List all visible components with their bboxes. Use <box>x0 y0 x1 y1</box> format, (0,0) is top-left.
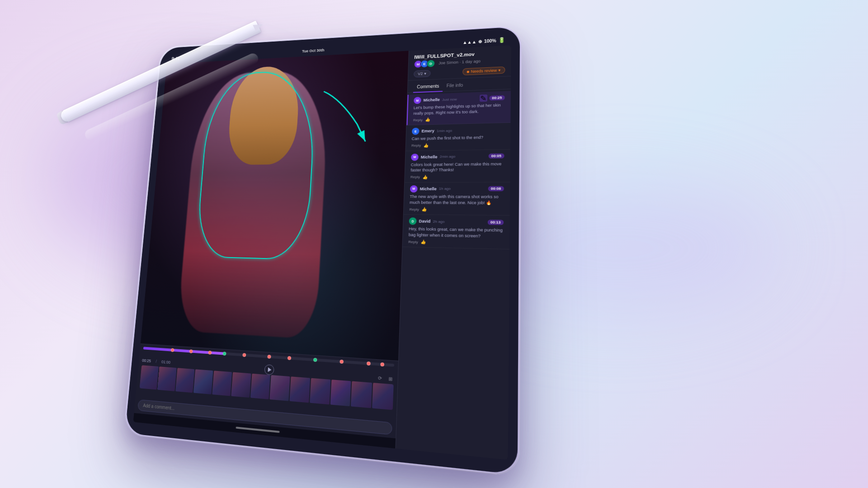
film-frame-12 <box>351 381 372 408</box>
pencil-tip <box>253 21 264 32</box>
comment-1-reply-btn[interactable]: Reply <box>413 118 423 122</box>
timeline-dot-red4 <box>242 353 246 357</box>
timeline-dot-red6 <box>288 356 291 360</box>
comment-item-3: M Michelle 2min ago 00:05 Colors look gr… <box>405 150 510 183</box>
tab-comments[interactable]: Comments <box>413 81 443 93</box>
tab-file-info[interactable]: File info <box>443 80 467 92</box>
file-meta-text: Joe Simon · 1 day ago <box>439 59 481 65</box>
comment-item-4: M Michelle 1h ago 00:08 The new angle wi… <box>404 183 510 216</box>
review-status-badge[interactable]: Needs review ▾ <box>463 66 505 75</box>
comment-5-author-row: D David 2h ago <box>409 217 444 225</box>
avatar-david: D <box>427 60 435 68</box>
comment-5-text: Hey, this looks great, can we make the p… <box>409 226 504 239</box>
comment-3-author: Michelle <box>421 155 438 159</box>
play-icon <box>268 367 271 372</box>
home-bar <box>236 427 279 433</box>
film-frame-3 <box>175 368 195 393</box>
timeline-dot-red3 <box>208 351 212 354</box>
comment-5-header: D David 2h ago 00:13 <box>409 217 504 226</box>
pencil-cap <box>56 111 67 125</box>
film-frame-8 <box>270 375 290 401</box>
comment-4-reply-btn[interactable]: Reply <box>409 207 419 211</box>
film-frame-10 <box>310 378 330 405</box>
timeline-dot-red8 <box>367 361 371 366</box>
time-current: 00:25 <box>142 358 151 363</box>
comment-4-avatar: M <box>410 185 418 192</box>
comment-3-avatar: M <box>411 154 419 161</box>
battery-label: 100% <box>484 38 496 43</box>
comment-4-header: M Michelle 1h ago 00:08 <box>410 185 504 192</box>
align-icon[interactable]: ⊞ <box>387 375 394 382</box>
comment-4-time: 1h ago <box>439 187 451 191</box>
comment-3-time: 2min ago <box>440 155 456 159</box>
status-right: ▲▲▲ ⊕ 100% 🔋 <box>462 37 505 46</box>
comment-1-timestamp[interactable]: 00:25 <box>489 95 505 100</box>
comment-item-1: M Michelle Just now ✎ 00:25 Let's bump t… <box>406 91 510 125</box>
film-frame-5 <box>212 371 232 396</box>
comment-2-actions: Reply 👍 <box>411 142 505 148</box>
comment-5-reply-btn[interactable]: Reply <box>408 240 418 244</box>
video-area[interactable] <box>141 51 409 361</box>
comment-4-author: Michelle <box>420 187 437 191</box>
comment-3-timestamp[interactable]: 00:05 <box>488 154 504 159</box>
arrow-annotation <box>303 80 395 168</box>
comment-2-text: Can we push the first shot to the end? <box>411 134 505 142</box>
timeline-dot-red9 <box>380 362 384 366</box>
time-total: 01:00 <box>161 360 171 365</box>
timeline-dot-red2 <box>189 349 193 353</box>
comment-1-edit-icon[interactable]: ✎ <box>479 94 487 102</box>
film-frame-2 <box>157 366 176 391</box>
file-actions: V2 ▾ Needs review ▾ <box>414 66 505 77</box>
ipad-shell: 9:41 Tue Oct 30th ▲▲▲ ⊕ 100% 🔋 <box>123 25 522 477</box>
comment-1-author-row: M Michelle Just now <box>414 95 457 104</box>
comment-4-like-icon[interactable]: 👍 <box>422 207 427 211</box>
time-separator: / <box>156 359 157 364</box>
timeline-dot-green2 <box>313 358 317 362</box>
comment-5-author: David <box>419 219 430 224</box>
left-panel: 00:25 / 01:00 ⟳ ⊞ <box>133 51 409 448</box>
comment-5-like-icon[interactable]: 👍 <box>421 240 426 244</box>
loop-icon[interactable]: ⟳ <box>377 374 383 381</box>
battery-icon: 🔋 <box>498 37 505 43</box>
film-frame-11 <box>330 380 351 406</box>
film-frame-1 <box>140 365 159 389</box>
comment-3-actions: Reply 👍 <box>410 174 504 179</box>
comment-item-5: D David 2h ago 00:13 Hey, this looks gre… <box>402 215 509 249</box>
film-frame-7 <box>250 374 271 399</box>
comment-1-avatar: M <box>414 97 421 104</box>
comment-1-like-icon[interactable]: 👍 <box>425 117 431 122</box>
comment-1-actions: Reply 👍 <box>413 115 505 122</box>
comment-item-2: E Emery 1min ago Can we push the first s… <box>406 123 510 151</box>
comment-4-text: The new angle with this camera shot work… <box>410 194 504 206</box>
comment-1-text: Let's bump these highlights up so that h… <box>413 102 505 116</box>
film-frame-13 <box>372 383 393 410</box>
timeline-dot-red <box>170 348 174 352</box>
film-frame-4 <box>193 369 213 394</box>
comment-3-like-icon[interactable]: 👍 <box>423 175 428 179</box>
comment-3-text: Colors look great here! Can we make this… <box>410 161 504 173</box>
comment-5-timestamp[interactable]: 00:13 <box>487 220 504 225</box>
comment-2-author: Emery <box>421 129 434 133</box>
screen-content: 00:25 / 01:00 ⟳ ⊞ <box>133 45 511 460</box>
status-date: Tue Oct 30th <box>302 48 325 53</box>
comment-2-like-icon[interactable]: 👍 <box>424 143 429 148</box>
play-button[interactable] <box>264 364 274 375</box>
comment-1-badges: ✎ 00:25 <box>479 94 505 102</box>
comment-2-time: 1min ago <box>437 128 452 133</box>
comment-3-reply-btn[interactable]: Reply <box>410 175 420 179</box>
film-frame-6 <box>231 372 251 398</box>
version-badge[interactable]: V2 ▾ <box>414 70 430 78</box>
comment-5-time: 2h ago <box>433 219 444 224</box>
comment-3-header: M Michelle 2min ago 00:05 <box>411 152 505 161</box>
ipad-bezel: 9:41 Tue Oct 30th ▲▲▲ ⊕ 100% 🔋 <box>125 27 520 475</box>
comment-2-reply-btn[interactable]: Reply <box>411 144 421 148</box>
right-panel: IWill_FULLSPOT_v2.mov M E D Joe Simon · … <box>395 45 511 460</box>
comment-4-actions: Reply 👍 <box>409 207 504 212</box>
status-time: 9:41 <box>171 56 180 61</box>
comment-4-timestamp[interactable]: 00:08 <box>488 186 504 191</box>
collaborator-avatars: M E D <box>414 60 435 68</box>
comment-2-author-row: E Emery 1min ago <box>412 127 453 135</box>
ipad-wrapper: 9:41 Tue Oct 30th ▲▲▲ ⊕ 100% 🔋 <box>121 23 542 488</box>
wifi-icon: ⊕ <box>478 39 482 44</box>
comment-5-avatar: D <box>409 217 416 225</box>
